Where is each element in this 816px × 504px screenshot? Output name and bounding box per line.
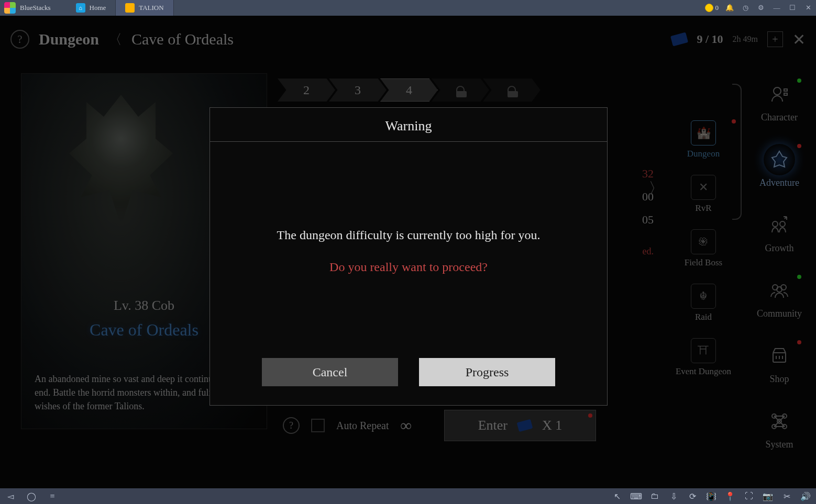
castle-icon: 🏰	[691, 120, 716, 145]
android-navbar: ◅ ◯ ≡ ↖ ⌨ 🗀 ⇩ ⟳ 📳 📍 ⛶ 📷 ✂ 🔊	[0, 488, 816, 504]
gate-icon: ⛩	[691, 338, 716, 363]
home-icon: ⌂	[76, 3, 85, 13]
growth-icon	[764, 209, 795, 241]
tab-talion[interactable]: TALION	[116, 0, 173, 16]
stage-4[interactable]: 4	[380, 79, 438, 102]
mm-community[interactable]: Community	[743, 275, 816, 319]
stage-2[interactable]: 2	[278, 79, 335, 102]
keyboard-icon[interactable]: ⌨	[631, 491, 641, 501]
cat-fieldboss-label: Field Boss	[685, 257, 722, 267]
tab-home-label: Home	[90, 4, 106, 12]
install-icon[interactable]: ⇩	[668, 491, 679, 501]
cat-fieldboss[interactable]: ֍ Field Boss	[675, 229, 732, 268]
cursor-icon[interactable]: ↖	[612, 491, 622, 501]
stage-info-partial: 32 00 05 ed.	[642, 162, 654, 261]
lock-icon	[456, 86, 465, 94]
camera-icon[interactable]: 📷	[763, 491, 773, 501]
notif-dot-icon	[797, 144, 801, 148]
notif-dot-icon	[797, 275, 801, 279]
svg-rect-1	[784, 89, 787, 91]
back-icon[interactable]: ◅	[5, 491, 16, 501]
mm-growth[interactable]: Growth	[743, 209, 816, 254]
stage-info-v3: 05	[642, 208, 654, 231]
mm-system-label: System	[765, 439, 793, 450]
cat-raid[interactable]: ☬ Raid	[675, 284, 732, 322]
tab-talion-label: TALION	[139, 4, 163, 12]
cat-eventdungeon[interactable]: ⛩ Event Dungeon	[675, 338, 732, 377]
help-icon[interactable]: ?	[283, 417, 300, 434]
character-icon	[764, 79, 795, 110]
infinity-icon: ∞	[401, 417, 412, 434]
dragon-icon: ☬	[691, 284, 716, 309]
volume-icon[interactable]: 🔊	[800, 491, 811, 501]
bell-icon[interactable]: 🔔	[722, 0, 737, 16]
breadcrumb-main[interactable]: Dungeon	[39, 30, 99, 48]
clock-icon[interactable]: ◷	[737, 0, 753, 16]
shop-icon	[764, 340, 795, 372]
gear-icon[interactable]: ⚙	[753, 0, 769, 16]
game-icon	[125, 3, 135, 13]
cancel-button[interactable]: Cancel	[262, 358, 398, 386]
rotate-icon[interactable]: ⟳	[687, 491, 698, 501]
chevron-right-icon[interactable]: 〉	[648, 178, 664, 199]
modal-title: Warning	[210, 108, 607, 141]
coin-icon	[705, 4, 713, 12]
coin-balance[interactable]: 0	[705, 4, 719, 12]
cat-raid-label: Raid	[695, 312, 712, 322]
svg-point-4	[780, 221, 785, 227]
breadcrumb-sub: Cave of Ordeals	[131, 30, 234, 48]
mm-character[interactable]: Character	[743, 79, 816, 123]
svg-rect-2	[784, 93, 787, 95]
tab-home[interactable]: ⌂ Home	[67, 0, 116, 16]
system-icon	[764, 406, 795, 437]
menu-bracket	[732, 84, 742, 220]
mm-adventure[interactable]: Adventure	[743, 144, 816, 188]
mm-community-label: Community	[757, 308, 802, 319]
notif-dot-icon	[588, 413, 592, 418]
modal-divider	[210, 141, 607, 142]
game-viewport: ? Dungeon 〈 Cave of Ordeals 9 / 10 2h 49…	[0, 16, 816, 488]
cat-eventdungeon-label: Event Dungeon	[676, 366, 731, 376]
modal-question: Do you really want to proceed?	[329, 260, 488, 274]
auto-repeat-checkbox[interactable]	[311, 419, 325, 432]
close-screen-button[interactable]: ✕	[792, 30, 806, 49]
cat-dungeon-label: Dungeon	[687, 149, 720, 159]
cat-dungeon[interactable]: 🏰 Dungeon	[675, 120, 732, 159]
maximize-button[interactable]: ☐	[785, 0, 800, 16]
scissors-icon[interactable]: ✂	[781, 491, 792, 501]
ticket-icon	[670, 32, 688, 46]
game-header: ? Dungeon 〈 Cave of Ordeals 9 / 10 2h 49…	[10, 26, 806, 52]
mm-system[interactable]: System	[743, 406, 816, 450]
svg-point-0	[774, 87, 781, 95]
shake-icon[interactable]: 📳	[706, 491, 716, 501]
recents-icon[interactable]: ≡	[47, 491, 58, 501]
lock-icon	[508, 86, 516, 94]
svg-point-7	[777, 287, 782, 292]
help-icon[interactable]: ?	[10, 30, 29, 49]
window-close-button[interactable]: ✕	[800, 0, 816, 16]
cat-rvr[interactable]: ✕ RvR	[675, 175, 732, 214]
notif-dot-icon	[797, 79, 801, 83]
stage-locked-2	[483, 79, 541, 102]
progress-button[interactable]: Progress	[419, 358, 555, 386]
enter-button[interactable]: Enter X 1	[444, 410, 596, 441]
mm-growth-label: Growth	[765, 243, 794, 253]
auto-repeat-label: Auto Repeat	[336, 420, 389, 432]
folder-icon[interactable]: 🗀	[649, 491, 660, 501]
adventure-icon	[764, 144, 795, 175]
stage-3[interactable]: 3	[329, 79, 387, 102]
add-ticket-button[interactable]: +	[767, 31, 783, 47]
enter-button-label: Enter	[478, 418, 508, 433]
ticket-count: 9 / 10	[697, 32, 723, 46]
bluestacks-logo-icon	[4, 2, 16, 14]
enter-cost: X 1	[542, 418, 562, 433]
svg-point-3	[773, 221, 778, 227]
stage-info-v4: ed.	[642, 242, 654, 261]
fullscreen-icon[interactable]: ⛶	[744, 491, 754, 501]
location-icon[interactable]: 📍	[725, 491, 735, 501]
stage-selector: 2 3 4	[278, 79, 534, 102]
minimize-button[interactable]: —	[769, 0, 785, 16]
mm-shop[interactable]: Shop	[743, 340, 816, 385]
emulator-titlebar: BlueStacks ⌂ Home TALION 0 🔔 ◷ ⚙ — ☐ ✕	[0, 0, 816, 16]
home-nav-icon[interactable]: ◯	[26, 491, 37, 501]
